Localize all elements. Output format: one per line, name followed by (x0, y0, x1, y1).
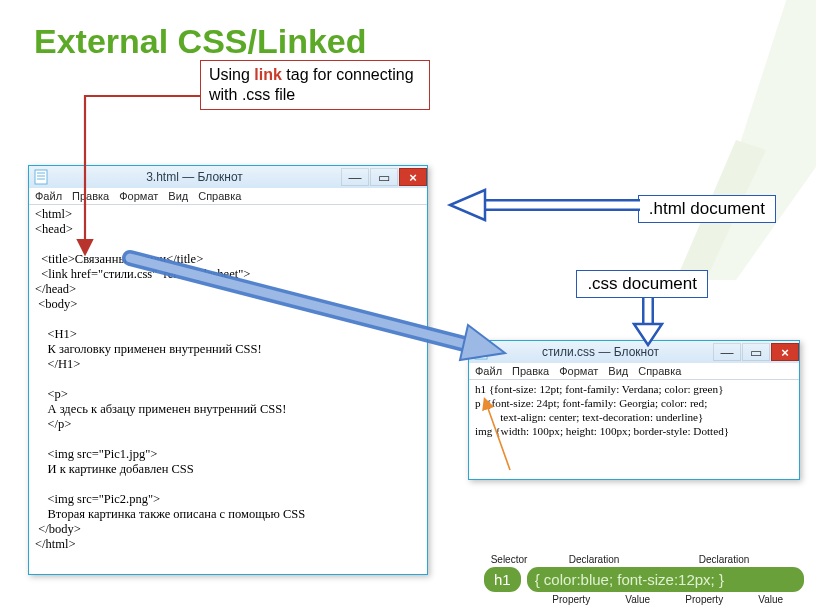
menu-file[interactable]: Файл (475, 365, 502, 377)
notepad-menu-bar: Файл Правка Формат Вид Справка (469, 363, 799, 380)
legend-selector: Selector (484, 554, 534, 565)
svg-rect-0 (35, 170, 47, 184)
minimize-button[interactable]: — (713, 343, 741, 361)
maximize-button[interactable]: ▭ (370, 168, 398, 186)
window-controls: — ▭ × (340, 168, 427, 186)
menu-help[interactable]: Справка (198, 190, 241, 202)
menu-view[interactable]: Вид (608, 365, 628, 377)
callout-text-pre: Using (209, 66, 254, 83)
css-rule-illustration: Selector Declaration Declaration h1 { co… (484, 554, 804, 605)
legend-property1: Property (538, 594, 605, 605)
notepad-title-text: стили.css — Блокнот (489, 345, 712, 359)
menu-edit[interactable]: Правка (512, 365, 549, 377)
legend-property2: Property (671, 594, 738, 605)
callout-text-em: link (254, 66, 282, 83)
rule-selector: h1 (484, 567, 521, 592)
rule-declaration: { color:blue; font-size:12px; } (527, 567, 804, 592)
rule-legend-top: Selector Declaration Declaration (484, 554, 804, 565)
notepad-body-css[interactable]: h1 {font-size: 12pt; font-family: Verdan… (469, 380, 799, 444)
rule-row: h1 { color:blue; font-size:12px; } (484, 567, 804, 592)
label-css-document: .css document (576, 270, 708, 298)
minimize-button[interactable]: — (341, 168, 369, 186)
menu-edit[interactable]: Правка (72, 190, 109, 202)
notepad-app-icon (33, 169, 49, 185)
menu-format[interactable]: Формат (119, 190, 158, 202)
menu-file[interactable]: Файл (35, 190, 62, 202)
notepad-window-html: 3.html — Блокнот — ▭ × Файл Правка Форма… (28, 165, 428, 575)
maximize-button[interactable]: ▭ (742, 343, 770, 361)
legend-value1: Value (605, 594, 672, 605)
page-title: External CSS/Linked (0, 0, 816, 61)
notepad-body-html[interactable]: <html> <head> <title>Связанные стили</ti… (29, 205, 427, 558)
notepad-titlebar: 3.html — Блокнот — ▭ × (29, 166, 427, 188)
notepad-app-icon (473, 344, 489, 360)
notepad-title-text: 3.html — Блокнот (49, 170, 340, 184)
close-button[interactable]: × (771, 343, 799, 361)
legend-declaration2: Declaration (654, 554, 794, 565)
arrow-css-label-down (634, 298, 662, 345)
svg-rect-4 (475, 345, 487, 359)
close-button[interactable]: × (399, 168, 427, 186)
menu-view[interactable]: Вид (168, 190, 188, 202)
rule-legend-bottom: Property Value Property Value (484, 594, 804, 605)
arrow-html-to-window (450, 190, 640, 220)
notepad-menu-bar: Файл Правка Формат Вид Справка (29, 188, 427, 205)
window-controls: — ▭ × (712, 343, 799, 361)
menu-format[interactable]: Формат (559, 365, 598, 377)
legend-declaration1: Declaration (534, 554, 654, 565)
menu-help[interactable]: Справка (638, 365, 681, 377)
legend-value2: Value (738, 594, 805, 605)
notepad-titlebar: стили.css — Блокнот — ▭ × (469, 341, 799, 363)
notepad-window-css: стили.css — Блокнот — ▭ × Файл Правка Фо… (468, 340, 800, 480)
label-html-document: .html document (638, 195, 776, 223)
callout-link-explain: Using link tag for connecting with .css … (200, 60, 430, 110)
